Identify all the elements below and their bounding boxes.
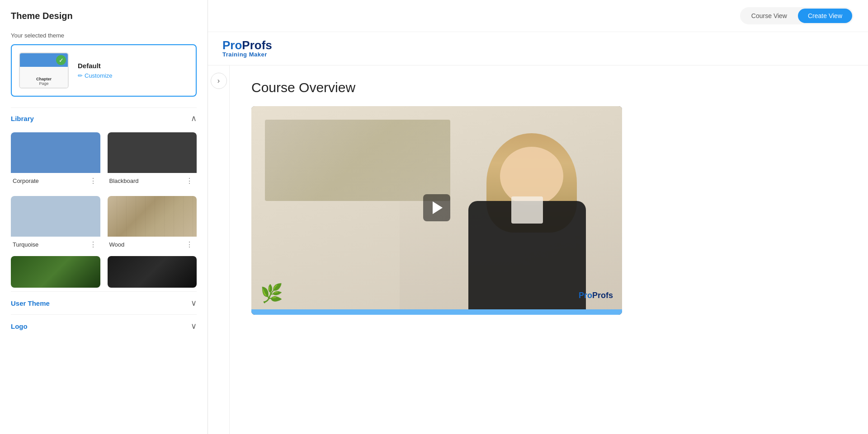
selected-theme-card: ✓ Chapter Page Default ✏ Customize (11, 44, 197, 97)
theme-card-candle[interactable] (108, 256, 197, 288)
selected-badge: ✓ (56, 55, 66, 65)
main-content: Course View Create View ProProfs Trainin… (208, 0, 868, 434)
library-chevron-icon[interactable]: ∧ (191, 113, 197, 123)
theme-card-wood[interactable]: Wood ⋮ (108, 196, 197, 252)
theme-card-nature[interactable] (11, 256, 100, 288)
logo-profs-part: Profs (242, 38, 272, 52)
theme-footer-corporate: Corporate ⋮ (11, 173, 100, 189)
theme-footer-turquoise: Turquoise ⋮ (11, 237, 100, 252)
library-title: Library (11, 115, 34, 122)
logo-chevron-icon[interactable]: ∨ (191, 321, 197, 331)
sidebar-toggle-button[interactable]: › (211, 73, 227, 89)
watermark-profs: Profs (592, 291, 613, 300)
theme-grid: Corporate ⋮ Blackboard ⋮ Turquoise ⋮ Woo… (11, 132, 197, 252)
video-placeholder: 🌿 ProProfs (251, 106, 622, 309)
theme-thumb-candle (108, 256, 197, 288)
preview-header: ProProfs Training Maker (208, 32, 868, 65)
chapter-label-line2: Page (22, 81, 66, 86)
selected-theme-label: Your selected theme (11, 32, 197, 39)
person-collar (511, 196, 543, 224)
logo-text: ProProfs (222, 39, 272, 51)
logo-proprofs: ProProfs (222, 38, 272, 52)
preview-body: › Course Overview (208, 65, 868, 434)
logo-subtitle: Training Maker (222, 51, 272, 58)
theme-menu-icon-corporate[interactable]: ⋮ (88, 176, 99, 186)
selected-theme-preview: ✓ Chapter Page (19, 52, 69, 89)
user-theme-chevron-icon[interactable]: ∨ (191, 298, 197, 308)
course-view-tab[interactable]: Course View (741, 9, 797, 23)
top-bar: Course View Create View (208, 0, 868, 32)
theme-thumb-turquoise (11, 196, 100, 237)
video-container: 🌿 ProProfs (251, 106, 622, 315)
theme-menu-icon-turquoise[interactable]: ⋮ (88, 239, 99, 250)
theme-name-blackboard: Blackboard (109, 177, 139, 184)
theme-name-wood: Wood (109, 241, 125, 248)
theme-card-turquoise[interactable]: Turquoise ⋮ (11, 196, 100, 252)
theme-thumb-corporate (11, 132, 100, 173)
play-triangle-icon (433, 201, 443, 214)
logo-header[interactable]: Logo ∨ (11, 321, 197, 331)
video-play-button[interactable] (423, 194, 450, 221)
selected-theme-info: Default ✏ Customize (78, 62, 112, 79)
customize-text: Customize (85, 72, 112, 79)
plant-decoration: 🌿 (260, 283, 283, 304)
sidebar-title: Theme Design (11, 11, 197, 21)
video-watermark: ProProfs (579, 291, 613, 300)
logo-section: Logo ∨ (11, 314, 197, 337)
logo-title: Logo (11, 322, 28, 330)
course-title: Course Overview (251, 80, 846, 95)
theme-card-corporate[interactable]: Corporate ⋮ (11, 132, 100, 189)
video-bottom-bar (251, 309, 622, 315)
theme-footer-blackboard: Blackboard ⋮ (108, 173, 197, 189)
default-label: Default (78, 62, 112, 70)
theme-thumb-wood (108, 196, 197, 237)
pencil-icon: ✏ (78, 72, 83, 79)
logo-pro-part: Pro (222, 38, 242, 52)
theme-thumb-nature (11, 256, 100, 288)
theme-menu-icon-wood[interactable]: ⋮ (184, 239, 195, 250)
preview-area: ProProfs Training Maker › Course Overvie… (208, 32, 868, 434)
view-tabs: Course View Create View (740, 7, 854, 24)
create-view-tab[interactable]: Create View (798, 9, 852, 23)
sidebar-toggle-area: › (208, 65, 230, 434)
user-theme-title: User Theme (11, 299, 50, 307)
theme-thumb-blackboard (108, 132, 197, 173)
user-theme-header[interactable]: User Theme ∨ (11, 298, 197, 308)
watermark-pro: Pro (579, 291, 592, 300)
theme-name-turquoise: Turquoise (13, 241, 38, 248)
customize-link[interactable]: ✏ Customize (78, 72, 112, 79)
course-view: Course Overview (230, 65, 868, 434)
theme-grid-partial (11, 256, 197, 288)
library-section-header: Library ∧ (11, 107, 197, 125)
theme-name-corporate: Corporate (13, 177, 39, 184)
user-theme-section: User Theme ∨ (11, 291, 197, 314)
theme-card-blackboard[interactable]: Blackboard ⋮ (108, 132, 197, 189)
theme-footer-wood: Wood ⋮ (108, 237, 197, 252)
sidebar: Theme Design Your selected theme ✓ Chapt… (0, 0, 208, 434)
theme-menu-icon-blackboard[interactable]: ⋮ (184, 176, 195, 186)
chapter-label-line1: Chapter (22, 77, 66, 81)
logo-area: ProProfs Training Maker (222, 39, 272, 58)
